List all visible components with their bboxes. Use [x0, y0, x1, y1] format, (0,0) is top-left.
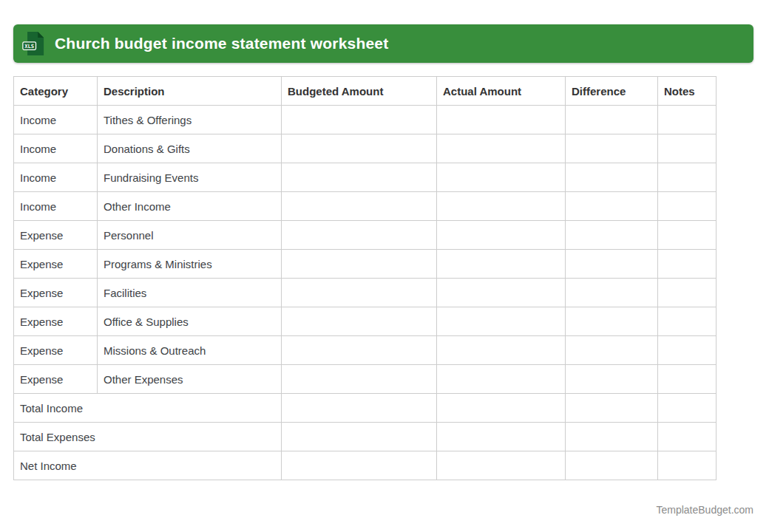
worksheet-table: Category Description Budgeted Amount Act…: [13, 76, 717, 480]
actual-amount-cell: [437, 250, 566, 279]
difference-cell: [566, 250, 658, 279]
total-label-cell: Total Income: [14, 394, 282, 423]
budgeted-amount-cell: [282, 307, 437, 336]
difference-cell: [566, 307, 658, 336]
table-row: Income Donations & Gifts: [14, 134, 717, 163]
total-label-cell: Total Expenses: [14, 423, 282, 451]
budgeted-amount-cell: [282, 221, 437, 250]
notes-cell: [658, 221, 717, 250]
column-header-budgeted-amount: Budgeted Amount: [282, 77, 437, 106]
actual-amount-cell: [437, 451, 566, 480]
table-header-row: Category Description Budgeted Amount Act…: [14, 77, 717, 106]
budgeted-amount-cell: [282, 423, 437, 451]
budgeted-amount-cell: [282, 250, 437, 279]
total-row: Total Income: [14, 394, 717, 423]
description-cell: Other Expenses: [98, 365, 282, 394]
notes-cell: [658, 423, 717, 451]
actual-amount-cell: [437, 192, 566, 221]
notes-cell: [658, 279, 717, 307]
notes-cell: [658, 365, 717, 394]
budgeted-amount-cell: [282, 394, 437, 423]
difference-cell: [566, 365, 658, 394]
xls-icon-label: XLS: [24, 43, 34, 50]
difference-cell: [566, 451, 658, 480]
description-cell: Other Income: [98, 192, 282, 221]
notes-cell: [658, 192, 717, 221]
table-row: Expense Missions & Outreach: [14, 336, 717, 365]
description-cell: Tithes & Offerings: [98, 106, 282, 134]
actual-amount-cell: [437, 134, 566, 163]
description-cell: Programs & Ministries: [98, 250, 282, 279]
category-cell: Expense: [14, 279, 98, 307]
budgeted-amount-cell: [282, 279, 437, 307]
xls-file-icon: XLS: [22, 31, 44, 56]
actual-amount-cell: [437, 423, 566, 451]
notes-cell: [658, 336, 717, 365]
notes-cell: [658, 451, 717, 480]
description-cell: Personnel: [98, 221, 282, 250]
difference-cell: [566, 336, 658, 365]
difference-cell: [566, 279, 658, 307]
notes-cell: [658, 307, 717, 336]
actual-amount-cell: [437, 106, 566, 134]
column-header-notes: Notes: [658, 77, 717, 106]
difference-cell: [566, 394, 658, 423]
budgeted-amount-cell: [282, 451, 437, 480]
actual-amount-cell: [437, 394, 566, 423]
category-cell: Expense: [14, 250, 98, 279]
difference-cell: [566, 163, 658, 192]
actual-amount-cell: [437, 163, 566, 192]
difference-cell: [566, 192, 658, 221]
notes-cell: [658, 106, 717, 134]
notes-cell: [658, 250, 717, 279]
description-cell: Missions & Outreach: [98, 336, 282, 365]
table-row: Income Other Income: [14, 192, 717, 221]
table-row: Expense Facilities: [14, 279, 717, 307]
column-header-actual-amount: Actual Amount: [437, 77, 566, 106]
table-container: Category Description Budgeted Amount Act…: [13, 76, 717, 480]
title-bar: XLS Church budget income statement works…: [13, 24, 753, 63]
description-cell: Donations & Gifts: [98, 134, 282, 163]
category-cell: Income: [14, 134, 98, 163]
difference-cell: [566, 423, 658, 451]
difference-cell: [566, 221, 658, 250]
difference-cell: [566, 106, 658, 134]
table-row: Expense Office & Supplies: [14, 307, 717, 336]
actual-amount-cell: [437, 365, 566, 394]
actual-amount-cell: [437, 307, 566, 336]
budgeted-amount-cell: [282, 365, 437, 394]
notes-cell: [658, 163, 717, 192]
budgeted-amount-cell: [282, 163, 437, 192]
total-row: Total Expenses: [14, 423, 717, 451]
category-cell: Income: [14, 106, 98, 134]
table-row: Expense Other Expenses: [14, 365, 717, 394]
column-header-description: Description: [98, 77, 282, 106]
table-row: Expense Programs & Ministries: [14, 250, 717, 279]
table-row: Income Fundraising Events: [14, 163, 717, 192]
table-row: Expense Personnel: [14, 221, 717, 250]
page: XLS Church budget income statement works…: [0, 0, 769, 532]
difference-cell: [566, 134, 658, 163]
category-cell: Income: [14, 163, 98, 192]
category-cell: Expense: [14, 221, 98, 250]
actual-amount-cell: [437, 336, 566, 365]
category-cell: Income: [14, 192, 98, 221]
description-cell: Facilities: [98, 279, 282, 307]
total-row: Net Income: [14, 451, 717, 480]
notes-cell: [658, 394, 717, 423]
description-cell: Office & Supplies: [98, 307, 282, 336]
budgeted-amount-cell: [282, 192, 437, 221]
table-row: Income Tithes & Offerings: [14, 106, 717, 134]
column-header-category: Category: [14, 77, 98, 106]
budgeted-amount-cell: [282, 106, 437, 134]
total-label-cell: Net Income: [14, 451, 282, 480]
footer-credit: TemplateBudget.com: [13, 504, 753, 516]
notes-cell: [658, 134, 717, 163]
budgeted-amount-cell: [282, 336, 437, 365]
column-header-difference: Difference: [566, 77, 658, 106]
actual-amount-cell: [437, 279, 566, 307]
budgeted-amount-cell: [282, 134, 437, 163]
category-cell: Expense: [14, 336, 98, 365]
description-cell: Fundraising Events: [98, 163, 282, 192]
page-title: Church budget income statement worksheet: [55, 35, 388, 52]
